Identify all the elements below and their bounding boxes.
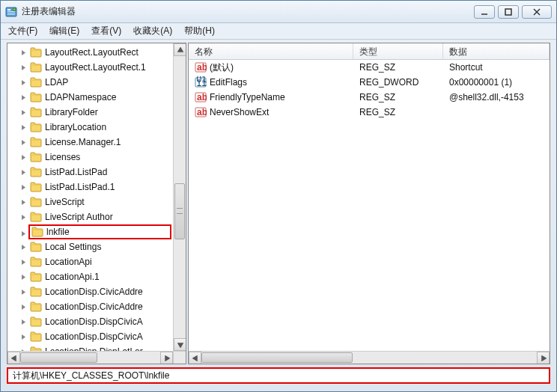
tree-item[interactable]: LocationDisp.DispLatLor [7, 344, 173, 351]
tree-item[interactable]: LDAP [7, 75, 173, 90]
expand-icon[interactable] [19, 213, 27, 221]
tree-item[interactable]: lnkfile [28, 224, 171, 239]
scroll-thumb[interactable] [201, 352, 353, 363]
expand-icon[interactable] [19, 94, 27, 101]
tree-item[interactable]: LocationApi.1 [7, 269, 173, 284]
maximize-button[interactable] [498, 5, 519, 19]
menu-favorites[interactable]: 收藏夹(A) [127, 23, 178, 39]
folder-icon [30, 301, 42, 312]
folder-icon [30, 62, 42, 73]
expand-icon[interactable] [19, 64, 27, 71]
folder-icon [30, 107, 42, 117]
scroll-thumb[interactable] [20, 352, 97, 363]
folder-icon [30, 316, 42, 327]
expand-icon[interactable] [19, 303, 27, 310]
folder-icon [31, 227, 43, 237]
svg-text:ab: ab [197, 62, 207, 73]
folder-icon [30, 47, 42, 58]
column-header-data[interactable]: 数据 [443, 43, 550, 59]
close-button[interactable] [522, 5, 552, 19]
expand-icon[interactable] [19, 153, 27, 161]
registry-tree[interactable]: LayoutRect.LayoutRectLayoutRect.LayoutRe… [7, 43, 173, 351]
scroll-right-button[interactable] [537, 352, 550, 364]
tree-item[interactable]: LiveScript Author [7, 209, 173, 224]
tree-item[interactable]: ListPad.ListPad [7, 165, 173, 180]
list-row[interactable]: abNeverShowExtREG_SZ [189, 105, 550, 120]
scroll-up-button[interactable] [174, 43, 186, 56]
menu-edit[interactable]: 编辑(E) [43, 23, 85, 39]
value-list[interactable]: ab(默认)REG_SZShortcut011110EditFlagsREG_D… [189, 60, 550, 364]
scroll-thumb[interactable] [174, 183, 185, 239]
column-header-type[interactable]: 类型 [353, 43, 443, 59]
tree-horizontal-scrollbar[interactable] [7, 351, 173, 364]
expand-icon[interactable] [19, 183, 27, 191]
cell-type: REG_SZ [353, 62, 443, 73]
tree-item[interactable]: LibraryLocation [7, 120, 173, 135]
expand-icon[interactable] [19, 198, 27, 206]
tree-item[interactable]: Local Settings [7, 239, 173, 254]
tree-item[interactable]: LocationDisp.DispCivicA [7, 314, 173, 329]
cell-name: abFriendlyTypeName [189, 91, 353, 103]
tree-item[interactable]: License.Manager.1 [7, 135, 173, 150]
tree-item[interactable]: LocationApi [7, 254, 173, 269]
list-row[interactable]: abFriendlyTypeNameREG_SZ@shell32.dll,-41… [189, 90, 550, 105]
expand-icon[interactable] [19, 49, 27, 56]
cell-name: 011110EditFlags [189, 76, 353, 88]
tree-item-label: LiveScript Author [45, 212, 113, 222]
svg-point-4 [13, 7, 16, 10]
minimize-button[interactable] [474, 5, 495, 19]
expand-icon[interactable] [19, 108, 27, 116]
tree-item[interactable]: LibraryFolder [7, 105, 173, 120]
tree-item[interactable]: LocationDisp.DispCivicA [7, 329, 173, 344]
tree-item[interactable]: LocationDisp.CivicAddre [7, 299, 173, 314]
status-path-text: 计算机\HKEY_CLASSES_ROOT\lnkfile [13, 370, 169, 382]
list-row[interactable]: 011110EditFlagsREG_DWORD0x00000001 (1) [189, 75, 550, 90]
expand-icon[interactable] [19, 138, 27, 146]
tree-item-label: LDAP [45, 77, 68, 88]
scroll-left-button[interactable] [189, 352, 201, 364]
list-pane: 名称 类型 数据 ab(默认)REG_SZShortcut011110EditF… [188, 43, 550, 364]
tree-item[interactable]: LayoutRect.LayoutRect.1 [7, 60, 173, 75]
folder-icon [30, 272, 42, 282]
tree-item[interactable]: Licenses [7, 150, 173, 165]
scroll-right-button[interactable] [160, 352, 173, 364]
expand-icon[interactable] [19, 273, 27, 281]
value-name-text: NeverShowExt [210, 107, 269, 117]
list-horizontal-scrollbar[interactable] [189, 351, 550, 364]
column-header-name[interactable]: 名称 [189, 43, 353, 59]
expand-icon[interactable] [19, 230, 27, 237]
tree-pane: LayoutRect.LayoutRectLayoutRect.LayoutRe… [7, 43, 186, 364]
expand-icon[interactable] [19, 168, 27, 176]
expand-icon[interactable] [19, 318, 27, 325]
expand-icon[interactable] [19, 123, 27, 131]
folder-icon [30, 212, 42, 222]
tree-vertical-scrollbar[interactable] [173, 43, 186, 351]
titlebar[interactable]: 注册表编辑器 [1, 1, 556, 23]
expand-icon[interactable] [19, 243, 27, 251]
list-row[interactable]: ab(默认)REG_SZShortcut [189, 60, 550, 75]
svg-text:ab: ab [197, 92, 207, 102]
tree-item[interactable]: LayoutRect.LayoutRect [7, 45, 173, 60]
tree-item[interactable]: LiveScript [7, 195, 173, 209]
menu-help[interactable]: 帮助(H) [178, 23, 221, 39]
window-title: 注册表编辑器 [22, 5, 76, 18]
expand-icon[interactable] [19, 79, 27, 86]
tree-item[interactable]: ListPad.ListPad.1 [7, 180, 173, 195]
svg-rect-3 [7, 13, 15, 15]
expand-icon[interactable] [19, 258, 27, 266]
scroll-down-button[interactable] [174, 338, 186, 351]
window-controls [474, 5, 552, 19]
expand-icon[interactable] [19, 333, 27, 340]
tree-item-label: LocationDisp.DispCivicA [45, 316, 143, 327]
folder-icon [30, 137, 42, 147]
tree-item-label: LocationDisp.CivicAddre [45, 287, 143, 297]
expand-icon[interactable] [19, 288, 27, 295]
scroll-corner [173, 351, 186, 364]
svg-rect-1 [7, 9, 10, 10]
tree-item[interactable]: LocationDisp.CivicAddre [7, 284, 173, 299]
scroll-left-button[interactable] [7, 352, 20, 364]
menu-view[interactable]: 查看(V) [85, 23, 127, 39]
tree-item[interactable]: LDAPNamespace [7, 90, 173, 105]
menu-file[interactable]: 文件(F) [2, 23, 43, 39]
tree-item-label: Licenses [45, 152, 80, 162]
